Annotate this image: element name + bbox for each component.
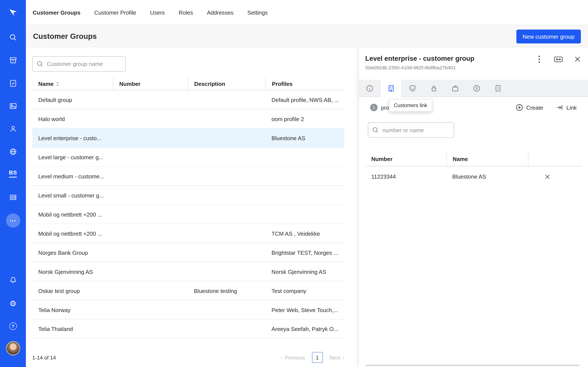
sidebar-item-media[interactable] <box>0 99 26 114</box>
sort-icon[interactable] <box>56 81 59 86</box>
topnav-item[interactable]: Settings <box>247 9 268 16</box>
cell-profiles: Bluestone AS <box>265 134 344 141</box>
cell-description: Bluestone testing <box>188 287 265 294</box>
tab-info[interactable] <box>359 80 380 97</box>
sidebar-item-reports[interactable] <box>0 190 26 205</box>
topnav-item[interactable]: Customer Groups <box>33 9 81 16</box>
remove-customer-button[interactable] <box>543 172 552 181</box>
cell-profiles: oom profile 2 <box>265 116 344 122</box>
next-page-button[interactable]: Next› <box>329 355 344 360</box>
lock-icon <box>430 84 438 92</box>
kebab-menu-button[interactable] <box>535 55 544 64</box>
column-name[interactable]: Name <box>32 77 113 90</box>
link-button[interactable]: Link <box>556 104 577 111</box>
sidebar: BS ⋯ ⚙ ? <box>0 0 26 367</box>
count-badge: 1 <box>370 104 378 111</box>
table-row[interactable]: Level enterprise - custo... Bluestone AS <box>32 129 344 148</box>
group-search-input[interactable] <box>32 56 126 72</box>
more-icon: ⋯ <box>6 214 20 228</box>
info-icon <box>365 84 373 92</box>
bell-icon <box>9 276 17 284</box>
cell-name: Norges Bank Group <box>32 249 113 256</box>
table-row[interactable]: Telia Thailand Areeya Seefah, Patryk O..… <box>32 319 344 338</box>
table-row[interactable]: Default group Default profile, NWS AB, .… <box>32 90 344 109</box>
page-title: Customer Groups <box>33 32 97 41</box>
package-icon <box>9 56 17 64</box>
expand-panel-button[interactable] <box>554 55 563 64</box>
close-panel-button[interactable] <box>573 55 582 64</box>
cell-name: Oskar test group <box>32 287 113 294</box>
table-row[interactable]: Halo world oom profile 2 <box>32 109 344 129</box>
group-search <box>32 56 126 72</box>
sidebar-item-web[interactable] <box>0 144 26 159</box>
table-row[interactable]: Norsk Gjenvinning AS Norsk Gjenvinning A… <box>32 262 344 281</box>
sidebar-item-help[interactable]: ? <box>0 319 26 334</box>
workspace-initials: BS <box>9 169 17 177</box>
person-icon <box>9 125 17 133</box>
expand-icon <box>554 55 563 64</box>
new-customer-group-button[interactable]: New customer group <box>516 29 581 43</box>
list-footer: 1-14 of 14 ‹Previous 1 Next› <box>32 352 344 363</box>
dollar-icon: $ <box>472 84 481 92</box>
table-row[interactable]: Telia Norway Peter Web, Steve Touch,... <box>32 300 344 319</box>
column-number[interactable]: Number <box>365 152 446 166</box>
create-button[interactable]: Create <box>516 104 543 111</box>
sidebar-item-products[interactable] <box>0 53 26 68</box>
link-arrow-icon <box>556 104 563 111</box>
cell-name: Level medium - custome... <box>32 173 113 179</box>
customer-search-input[interactable] <box>368 123 454 138</box>
sidebar-item-settings[interactable]: ⚙ <box>0 296 26 311</box>
tab-customers-link[interactable] <box>380 80 401 97</box>
cell-name: Telia Thailand <box>32 325 113 332</box>
tab-documents[interactable]: 1 <box>487 80 509 97</box>
cell-name: Level large - customer g... <box>32 154 113 160</box>
table-row[interactable]: Oskar test group Bluestone testing Test … <box>32 281 344 300</box>
panel-actions <box>535 55 582 64</box>
chevron-right-icon: › <box>343 355 344 360</box>
cell-name: Mobil og nettbrett +200 ... <box>32 211 113 217</box>
cell-name: Level small - customer g... <box>32 192 113 198</box>
panel-header: Level enterprise - customer group 50eb92… <box>359 48 588 80</box>
tab-pricing[interactable]: $ <box>466 80 487 97</box>
cell-name: Norsk Gjenvinning AS <box>32 268 113 275</box>
table-row[interactable]: Mobil og nettbrett +200 ... TCM AS , Vei… <box>32 224 344 243</box>
sidebar-item-search[interactable] <box>0 30 26 45</box>
tab-business[interactable] <box>444 80 466 97</box>
horizontal-scrollbar[interactable] <box>366 365 579 366</box>
linked-customers-body: 11223344 Bluestone AS <box>365 166 582 187</box>
sidebar-item-notifications[interactable] <box>0 273 26 288</box>
topnav-item[interactable]: Users <box>150 9 165 16</box>
tab-profiles[interactable] <box>402 80 423 97</box>
table-row[interactable]: Level medium - custome... <box>32 167 344 186</box>
linked-customer-row[interactable]: 11223344 Bluestone AS <box>365 166 582 187</box>
table-row[interactable]: Level small - customer g... <box>32 186 344 205</box>
tab-security[interactable] <box>423 80 444 97</box>
count-label: pro <box>381 104 389 111</box>
panel-body: 1 pro Create Link Customers link <box>359 97 588 367</box>
table-row[interactable]: Level large - customer g... <box>32 147 344 167</box>
previous-page-button[interactable]: ‹Previous <box>281 355 305 360</box>
sidebar-item-profile[interactable] <box>0 341 26 356</box>
sidebar-item-more[interactable]: ⋯ <box>0 213 26 228</box>
sidebar-item-customers[interactable] <box>0 121 26 136</box>
cell-profiles: Norsk Gjenvinning AS <box>265 268 344 275</box>
app-window: BS ⋯ ⚙ ? Customer GroupsCustomer Profile… <box>0 0 588 367</box>
app-logo[interactable] <box>0 5 26 20</box>
column-description[interactable]: Description <box>188 77 265 90</box>
sidebar-item-workspace[interactable]: BS <box>0 166 26 181</box>
building-icon <box>387 84 395 92</box>
topnav-item[interactable]: Customer Profile <box>94 9 136 16</box>
topnav-item[interactable]: Roles <box>179 9 193 16</box>
column-profiles[interactable]: Profiles <box>265 77 344 90</box>
page-header: Customer Groups New customer group <box>26 25 588 48</box>
current-page-button[interactable]: 1 <box>312 352 323 363</box>
column-name[interactable]: Name <box>446 152 528 166</box>
sidebar-item-orders[interactable] <box>0 75 26 91</box>
search-icon <box>372 127 379 135</box>
cell-name: Bluestone AS <box>446 173 528 180</box>
topnav-item[interactable]: Addresses <box>207 9 233 16</box>
table-row[interactable]: Norges Bank Group Brightstar TEST, Norge… <box>32 243 344 262</box>
kebab-icon <box>538 55 540 63</box>
table-row[interactable]: Mobil og nettbrett +200 ... <box>32 205 344 224</box>
column-number[interactable]: Number <box>113 77 188 90</box>
